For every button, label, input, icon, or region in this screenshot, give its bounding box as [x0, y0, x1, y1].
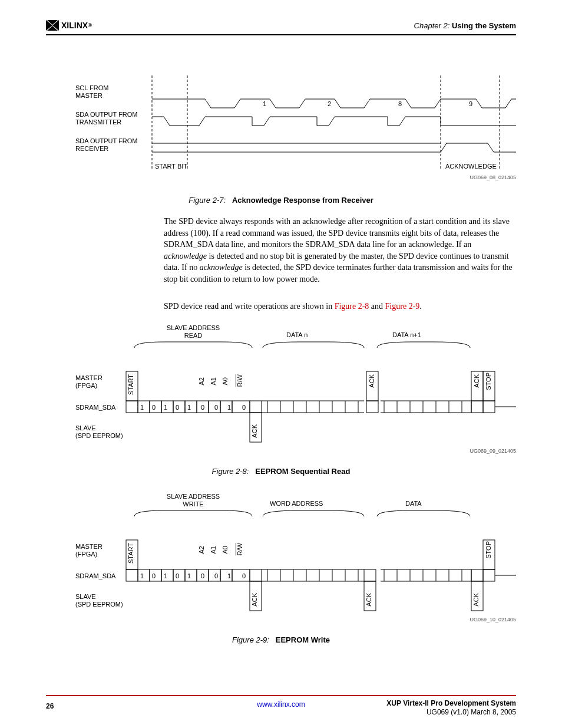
fig8-slave-label: SLAVE (SPD EEPROM) [75, 424, 123, 440]
fig7-bit-8: 8 [398, 100, 402, 107]
fig8-slave-addr-label: SLAVE ADDRESS READ [161, 324, 226, 340]
fig9-slave-label: SLAVE (SPD EEPROM) [75, 593, 123, 608]
fig7-bit-2: 2 [328, 100, 331, 107]
fig8-a2-vlabel: A2 [198, 377, 205, 385]
svg-text:0: 0 [176, 404, 179, 411]
body-para-2: SPD device read and write operations are… [164, 301, 516, 312]
svg-text:0: 0 [242, 404, 246, 411]
fig9-rw-vlabel: R/W [236, 543, 243, 555]
fig8-data-n1-label: DATA n+1 [392, 331, 421, 339]
footer-link[interactable]: www.xilinx.com [257, 700, 305, 709]
figure-2-9: SLAVE ADDRESS WRITE WORD ADDRESS DATA MA… [75, 510, 516, 646]
fig8-id: UG069_09_021405 [470, 448, 516, 454]
svg-rect-69 [250, 569, 262, 581]
svg-text:0: 0 [152, 572, 156, 579]
svg-text:1: 1 [227, 572, 231, 579]
fig8-caption-num: Figure 2-8: [212, 467, 249, 476]
fig9-master-label: MASTER (FPGA) [75, 543, 103, 558]
logo-text: XILINX [61, 21, 88, 30]
fig7-timing-diagram: 1 2 8 9 [75, 75, 516, 176]
fig8-a0-vlabel: A0 [222, 377, 229, 385]
fig8-master-label: MASTER (FPGA) [75, 374, 103, 390]
fig9-data-label: DATA [405, 500, 422, 508]
fig7-label-scl: SCL FROM MASTER [75, 84, 108, 100]
header-chapter: Chapter 2: Using the System [414, 21, 516, 30]
svg-rect-91 [471, 569, 483, 581]
fig7-ack-label: ACKNOWLEDGE [445, 163, 497, 170]
fig9-a1-vlabel: A1 [210, 546, 217, 554]
fig8-stop-vlabel: STOP [485, 373, 492, 390]
fig9-caption: Figure 2-9: EEPROM Write [0, 635, 562, 644]
fig9-diagram: 10 10 10 01 0 [75, 510, 516, 617]
svg-text:0: 0 [201, 404, 204, 411]
svg-text:0: 0 [176, 572, 179, 579]
fig9-ack1-vlabel: ACK [251, 593, 258, 607]
svg-text:0: 0 [201, 572, 204, 579]
svg-rect-45 [483, 401, 495, 413]
fig9-id: UG069_10_021405 [470, 617, 516, 622]
fig9-caption-title: EEPROM Write [276, 635, 330, 644]
svg-rect-80 [364, 569, 376, 581]
figure-2-8: SLAVE ADDRESS READ DATA n DATA n+1 MASTE… [75, 342, 516, 477]
xref-fig-2-9[interactable]: Figure 2-9 [385, 302, 420, 311]
fig8-start-vlabel: START [127, 374, 134, 395]
footer-title: XUP Virtex-II Pro Development System [386, 699, 516, 707]
svg-text:1: 1 [140, 572, 144, 579]
xilinx-logo: XILINX ® [46, 20, 92, 31]
svg-text:1: 1 [187, 572, 191, 579]
fig7-bit-9: 9 [469, 100, 472, 107]
figure-2-7: SCL FROM MASTER SDA OUTPUT FROM TRANSMIT… [75, 75, 516, 182]
fig8-slave-ack-vlabel: ACK [251, 424, 258, 438]
fig8-rw-vlabel: R/W [236, 374, 243, 387]
fig7-bit-1: 1 [263, 100, 266, 107]
fig8-caption-title: EEPROM Sequential Read [255, 467, 350, 476]
svg-text:1: 1 [227, 404, 231, 411]
fig7-label-sda-tx: SDA OUTPUT FROM TRANSMITTER [75, 111, 138, 126]
svg-text:0: 0 [214, 572, 218, 579]
svg-text:1: 1 [164, 572, 167, 579]
svg-rect-22 [250, 401, 262, 413]
fig9-ack3-vlabel: ACK [472, 593, 480, 607]
fig9-start-vlabel: START [127, 543, 134, 564]
svg-text:0: 0 [214, 404, 218, 411]
fig7-caption: Figure 2-7: Acknowledge Response from Re… [0, 196, 562, 205]
fig7-caption-num: Figure 2-7: [189, 196, 226, 205]
svg-text:1: 1 [187, 404, 191, 411]
fig9-stop-vlabel: STOP [485, 541, 492, 559]
fig9-sda-label: SDRAM_SDA [75, 572, 115, 580]
fig7-label-sda-rx: SDA OUTPUT FROM RECEIVER [75, 137, 138, 153]
fig9-ack2-vlabel: ACK [365, 593, 372, 607]
footer-version: UG069 (v1.0) March 8, 2005 [427, 708, 516, 716]
svg-rect-92 [483, 569, 495, 581]
fig9-a2-vlabel: A2 [198, 546, 205, 554]
fig9-a0-vlabel: A0 [222, 546, 229, 554]
fig8-caption: Figure 2-8: EEPROM Sequential Read [0, 467, 562, 476]
svg-text:1: 1 [140, 404, 144, 411]
footer-right: XUP Virtex-II Pro Development System UG0… [386, 699, 516, 717]
chapter-prefix: Chapter 2: [414, 21, 450, 30]
fig8-sda-label: SDRAM_SDA [75, 404, 115, 411]
fig7-caption-title: Acknowledge Response from Receiver [232, 196, 373, 205]
fig9-slave-addr-label: SLAVE ADDRESS WRITE [161, 493, 226, 508]
fig9-word-label: WORD ADDRESS [270, 500, 323, 508]
logo-reg: ® [88, 22, 92, 28]
chapter-title: Using the System [452, 21, 516, 30]
svg-text:0: 0 [152, 404, 156, 411]
header-rule [46, 34, 516, 35]
xilinx-logo-icon [46, 20, 59, 31]
fig8-master-ack1-vlabel: ACK [368, 374, 375, 388]
fig7-id: UG069_08_021405 [470, 174, 516, 180]
footer-rule [46, 695, 516, 696]
svg-rect-33 [366, 401, 378, 413]
fig8-data-n-label: DATA n [286, 331, 308, 339]
svg-text:1: 1 [164, 404, 167, 411]
body-para-1: The SPD device always responds with an a… [164, 216, 516, 285]
fig9-caption-num: Figure 2-9: [232, 635, 269, 644]
svg-rect-44 [471, 401, 483, 413]
svg-rect-68 [232, 569, 250, 581]
xref-fig-2-8[interactable]: Figure 2-8 [335, 302, 369, 311]
svg-text:0: 0 [242, 572, 246, 579]
svg-rect-21 [232, 401, 250, 413]
fig8-diagram: 10 10 10 01 0 [75, 342, 516, 448]
svg-rect-12 [126, 401, 138, 413]
